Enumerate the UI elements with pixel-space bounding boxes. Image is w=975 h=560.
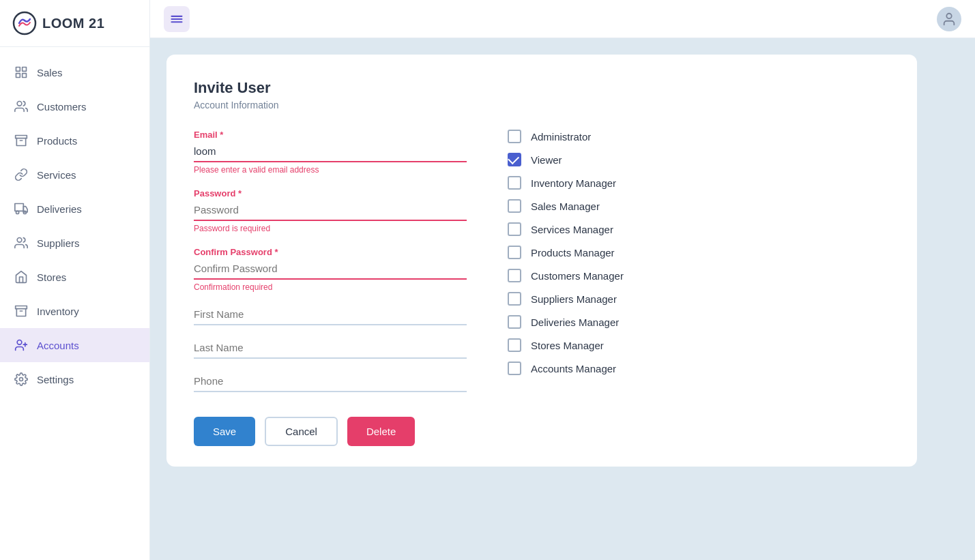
sidebar-item-customers[interactable]: Customers xyxy=(0,89,149,123)
password-input[interactable] xyxy=(194,201,467,221)
role-label-customers-manager: Customers Manager xyxy=(531,270,624,282)
action-bar: Save Cancel Delete xyxy=(194,417,467,446)
role-checkbox-sales-manager[interactable] xyxy=(508,199,521,213)
first-name-input[interactable] xyxy=(194,306,467,325)
svg-point-5 xyxy=(17,102,22,106)
sidebar-item-deliveries[interactable]: Deliveries xyxy=(0,192,149,226)
svg-rect-3 xyxy=(16,74,20,78)
role-item-viewer[interactable]: Viewer xyxy=(508,153,740,166)
role-label-administrator: Administrator xyxy=(531,131,591,143)
confirm-password-label: Confirm Password * xyxy=(194,247,467,257)
role-checkbox-viewer[interactable] xyxy=(508,153,521,166)
role-item-customers-manager[interactable]: Customers Manager xyxy=(508,269,740,282)
role-checkbox-accounts-manager[interactable] xyxy=(508,362,521,375)
user-avatar[interactable] xyxy=(937,7,961,31)
confirm-password-error: Confirmation required xyxy=(194,282,467,292)
last-name-input[interactable] xyxy=(194,339,467,359)
svg-point-8 xyxy=(16,211,19,213)
deliveries-icon xyxy=(14,201,29,216)
services-icon xyxy=(14,167,29,182)
role-checkbox-services-manager[interactable] xyxy=(508,222,521,236)
roles-list: Administrator Viewer Inventory Manager xyxy=(508,130,740,375)
logo-icon xyxy=(12,11,37,35)
sidebar-label-inventory: Inventory xyxy=(37,306,79,317)
top-bar xyxy=(150,0,975,38)
delete-button[interactable]: Delete xyxy=(347,417,415,446)
role-checkbox-inventory-manager[interactable] xyxy=(508,176,521,190)
svg-rect-7 xyxy=(15,204,23,211)
role-checkbox-customers-manager[interactable] xyxy=(508,269,521,282)
products-icon xyxy=(14,133,29,148)
last-name-field-group xyxy=(194,339,467,359)
role-label-viewer: Viewer xyxy=(531,154,562,166)
card-subtitle: Account Information xyxy=(194,100,890,110)
role-checkbox-deliveries-manager[interactable] xyxy=(508,315,521,329)
sidebar-item-suppliers[interactable]: Suppliers xyxy=(0,226,149,260)
form-left: Email * Please enter a valid email addre… xyxy=(194,130,467,446)
sidebar-item-services[interactable]: Services xyxy=(0,158,149,192)
sidebar-label-suppliers: Suppliers xyxy=(37,237,80,249)
sidebar-item-settings[interactable]: Settings xyxy=(0,362,149,396)
password-label: Password * xyxy=(194,188,467,198)
sidebar-label-customers: Customers xyxy=(37,101,87,113)
menu-button[interactable] xyxy=(164,6,190,32)
inventory-icon xyxy=(14,304,29,319)
svg-point-12 xyxy=(17,340,22,345)
content-area: Invite User Account Information Email * … xyxy=(150,38,975,560)
settings-icon xyxy=(14,372,29,387)
sidebar-item-products[interactable]: Products xyxy=(0,123,149,158)
sidebar-label-accounts: Accounts xyxy=(37,340,79,351)
confirm-password-input[interactable] xyxy=(194,260,467,280)
sidebar-label-products: Products xyxy=(37,135,77,147)
role-label-services-manager: Services Manager xyxy=(531,224,613,235)
svg-rect-4 xyxy=(23,74,27,78)
role-item-deliveries-manager[interactable]: Deliveries Manager xyxy=(508,315,740,329)
role-checkbox-stores-manager[interactable] xyxy=(508,338,521,352)
role-item-accounts-manager[interactable]: Accounts Manager xyxy=(508,362,740,375)
email-input[interactable] xyxy=(194,143,467,162)
logo-area: LOOM 21 xyxy=(0,0,149,47)
save-button[interactable]: Save xyxy=(194,417,255,446)
confirm-password-field-group: Confirm Password * Confirmation required xyxy=(194,247,467,292)
sidebar-label-services: Services xyxy=(37,169,76,181)
cancel-button[interactable]: Cancel xyxy=(265,417,338,446)
svg-point-15 xyxy=(20,378,23,381)
role-checkbox-administrator[interactable] xyxy=(508,130,521,143)
form-layout: Email * Please enter a valid email addre… xyxy=(194,130,890,446)
stores-icon xyxy=(14,269,29,284)
phone-input[interactable] xyxy=(194,372,467,392)
svg-rect-2 xyxy=(23,68,27,72)
sidebar-item-inventory[interactable]: Inventory xyxy=(0,294,149,328)
sidebar-item-sales[interactable]: Sales xyxy=(0,55,149,89)
role-label-stores-manager: Stores Manager xyxy=(531,340,604,351)
role-label-sales-manager: Sales Manager xyxy=(531,201,600,212)
invite-user-card: Invite User Account Information Email * … xyxy=(166,55,917,467)
svg-rect-1 xyxy=(16,68,20,72)
role-item-services-manager[interactable]: Services Manager xyxy=(508,222,740,236)
main-area: Invite User Account Information Email * … xyxy=(150,0,975,560)
logo-text: LOOM 21 xyxy=(42,16,104,31)
role-checkbox-suppliers-manager[interactable] xyxy=(508,292,521,306)
role-item-sales-manager[interactable]: Sales Manager xyxy=(508,199,740,213)
sidebar-label-stores: Stores xyxy=(37,271,66,283)
sidebar-label-sales: Sales xyxy=(37,67,63,78)
sales-icon xyxy=(14,65,29,80)
role-item-suppliers-manager[interactable]: Suppliers Manager xyxy=(508,292,740,306)
svg-point-19 xyxy=(946,13,951,18)
role-label-inventory-manager: Inventory Manager xyxy=(531,177,616,189)
form-right: Administrator Viewer Inventory Manager xyxy=(508,130,740,446)
role-item-inventory-manager[interactable]: Inventory Manager xyxy=(508,176,740,190)
role-item-products-manager[interactable]: Products Manager xyxy=(508,246,740,259)
sidebar-item-stores[interactable]: Stores xyxy=(0,260,149,294)
password-error: Password is required xyxy=(194,224,467,233)
role-checkbox-products-manager[interactable] xyxy=(508,246,521,259)
role-label-deliveries-manager: Deliveries Manager xyxy=(531,316,619,328)
sidebar-item-accounts[interactable]: Accounts xyxy=(0,328,149,362)
role-item-stores-manager[interactable]: Stores Manager xyxy=(508,338,740,352)
svg-point-10 xyxy=(17,238,22,243)
suppliers-icon xyxy=(14,235,29,250)
nav-items: Sales Customers Products xyxy=(0,47,149,560)
customers-icon xyxy=(14,99,29,114)
first-name-field-group xyxy=(194,306,467,325)
role-item-administrator[interactable]: Administrator xyxy=(508,130,740,143)
